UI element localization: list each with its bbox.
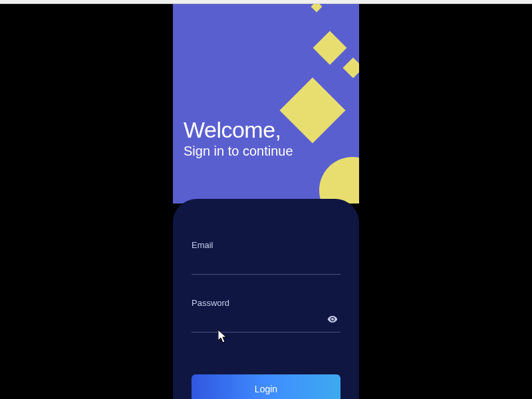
decorative-diamond-icon	[313, 31, 347, 65]
welcome-title: Welcome,	[184, 118, 293, 141]
login-screen: Welcome, Sign in to continue Email Passw…	[173, 4, 359, 399]
welcome-subtitle: Sign in to continue	[184, 144, 293, 159]
eye-icon[interactable]	[327, 314, 338, 327]
password-field[interactable]	[192, 312, 340, 332]
decorative-diamond-icon	[342, 57, 359, 78]
hero-section: Welcome, Sign in to continue	[173, 4, 359, 203]
decorative-diamond-icon	[311, 4, 323, 12]
decorative-circle-icon	[319, 157, 359, 203]
email-label: Email	[192, 240, 340, 250]
login-button[interactable]: Login	[192, 374, 340, 399]
login-form: Email Password Login Forgot your passwor…	[173, 199, 359, 399]
password-label: Password	[192, 298, 340, 308]
email-field[interactable]	[192, 254, 340, 275]
